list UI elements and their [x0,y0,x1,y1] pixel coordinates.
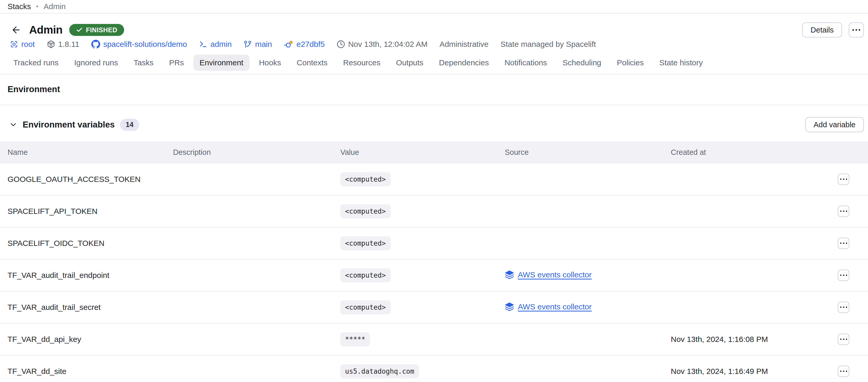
row-menu-button[interactable] [838,269,849,281]
layers-icon [505,302,514,312]
var-value: ***** [340,332,370,346]
github-icon [91,40,100,49]
details-button[interactable]: Details [802,22,842,37]
source-label: AWS events collector [518,270,592,279]
table-header-row: Name Description Value Source Created at [0,141,868,163]
ellipsis-icon [840,307,847,308]
table-row: TF_VAR_audit_trail_secret <computed> AWS… [0,291,868,323]
space-link[interactable]: root [10,40,35,49]
stack-menu-button[interactable] [849,22,864,37]
stack-header: Admin FINISHED Details root [0,13,868,49]
collapse-toggle[interactable] [7,119,19,130]
table-row: TF_VAR_dd_api_key ***** Nov 13th, 2024, … [0,323,868,355]
state-managed-label: State managed by Spacelift [501,40,596,49]
repository-label: spacelift-solutions/demo [103,40,187,49]
ellipsis-icon [840,371,847,372]
table-row: TF_VAR_audit_trail_endpoint <computed> A… [0,259,868,291]
page-title: Admin [29,24,62,36]
created-timestamp: Nov 13th, 12:04:02 AM [337,40,428,49]
table-row: SPACELIFT_API_TOKEN <computed> [0,195,868,227]
tab-state-history[interactable]: State history [653,55,709,71]
row-menu-button[interactable] [838,237,849,249]
repository-link[interactable]: spacelift-solutions/demo [91,40,187,49]
add-variable-button[interactable]: Add variable [805,117,864,132]
branch-label: main [255,40,272,49]
breadcrumb-current: Admin [43,2,66,11]
var-name: SPACELIFT_API_TOKEN [7,207,98,216]
section-title: Environment [0,74,868,105]
space-icon [10,40,18,49]
stack-meta: root 1.8.11 spacelift-solutions/demo adm… [10,39,864,49]
var-name: TF_VAR_dd_api_key [7,335,81,344]
row-menu-button[interactable] [838,205,849,217]
tab-hooks[interactable]: Hooks [253,55,287,71]
terminal-icon [199,40,207,49]
tab-contexts[interactable]: Contexts [290,55,334,71]
column-header-value: Value [340,148,505,157]
package-icon [47,40,55,49]
commit-link[interactable]: e27dbf5 [284,39,324,49]
tab-ignored-runs[interactable]: Ignored runs [68,55,124,71]
table-row: GOOGLE_OAUTH_ACCESS_TOKEN <computed> [0,163,868,195]
var-name: GOOGLE_OAUTH_ACCESS_TOKEN [7,175,141,184]
created-at: Nov 13th, 2024, 1:16:49 PM [671,367,768,376]
column-header-source: Source [505,148,671,157]
var-name: SPACELIFT_OIDC_TOKEN [7,239,104,248]
tab-notifications[interactable]: Notifications [498,55,553,71]
tab-policies[interactable]: Policies [611,55,650,71]
tab-dependencies[interactable]: Dependencies [433,55,495,71]
source-link[interactable]: AWS events collector [505,270,592,280]
source-label: AWS events collector [518,303,592,311]
ellipsis-icon [840,243,847,244]
space-label: root [21,40,35,49]
var-value: <computed> [340,268,391,282]
clock-icon [337,40,345,49]
chevron-down-icon [9,120,18,129]
tab-tasks[interactable]: Tasks [127,55,160,71]
var-name: TF_VAR_audit_trail_endpoint [7,271,109,280]
ellipsis-icon [840,339,847,340]
tab-prs[interactable]: PRs [163,55,190,71]
table-row: SPACELIFT_OIDC_TOKEN <computed> [0,227,868,259]
commit-label: e27dbf5 [297,40,324,49]
check-icon [76,27,83,33]
tab-tracked-runs[interactable]: Tracked runs [7,55,65,71]
source-link[interactable]: AWS events collector [505,302,592,312]
column-header-name: Name [7,148,173,157]
created-at: Nov 13th, 2024, 1:16:08 PM [671,335,768,344]
var-name: TF_VAR_dd_site [7,367,66,376]
breadcrumb-separator: • [36,3,38,10]
created-timestamp-label: Nov 13th, 12:04:02 AM [348,40,428,49]
status-badge: FINISHED [69,24,124,36]
env-vars-header: Environment variables 14 Add variable [0,105,868,132]
ellipsis-icon [852,29,860,31]
git-commit-icon [284,39,293,49]
tab-environment[interactable]: Environment [193,55,250,71]
ellipsis-icon [840,275,847,276]
tab-scheduling[interactable]: Scheduling [556,55,607,71]
ellipsis-icon [840,211,847,212]
var-name: TF_VAR_audit_trail_secret [7,303,101,312]
status-label: FINISHED [86,26,117,34]
var-value: <computed> [340,204,391,218]
var-value: us5.datadoghq.com [340,364,419,378]
back-button[interactable] [10,24,22,36]
administrative-label: Administrative [439,40,488,49]
tab-resources[interactable]: Resources [337,55,386,71]
env-vars-title: Environment variables [23,120,115,130]
branch-link[interactable]: main [244,40,272,49]
column-header-description: Description [173,148,340,157]
tab-outputs[interactable]: Outputs [390,55,430,71]
terraform-version: 1.8.11 [47,40,80,49]
project-root-link[interactable]: admin [199,40,232,49]
row-menu-button[interactable] [838,301,849,313]
breadcrumb-stacks[interactable]: Stacks [7,2,31,11]
git-branch-icon [244,40,252,49]
column-header-created-at: Created at [671,148,838,157]
terraform-version-label: 1.8.11 [58,40,80,49]
table-body: GOOGLE_OAUTH_ACCESS_TOKEN <computed> SPA… [0,163,868,382]
row-menu-button[interactable] [838,365,849,377]
breadcrumb: Stacks • Admin [0,0,868,13]
row-menu-button[interactable] [838,173,849,185]
row-menu-button[interactable] [838,333,849,345]
